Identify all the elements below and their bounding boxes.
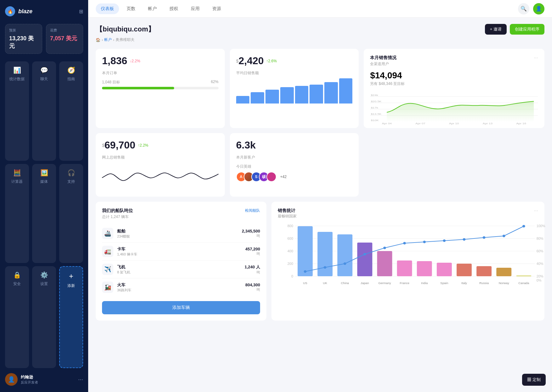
user-info: 约翰逊 反应开发者 bbox=[21, 374, 75, 385]
search-icon[interactable]: 🔍 bbox=[518, 3, 529, 14]
tab-apps[interactable]: 应用 bbox=[186, 3, 205, 14]
svg-point-44 bbox=[344, 262, 346, 265]
truck-icon: 🚛 bbox=[102, 246, 113, 257]
fleet-link[interactable]: 检阅舰队 bbox=[245, 208, 260, 213]
tab-pages[interactable]: 页数 bbox=[122, 3, 140, 14]
svg-rect-30 bbox=[298, 226, 313, 276]
add-label: 添新 bbox=[67, 283, 75, 288]
svg-text:0: 0 bbox=[291, 275, 293, 278]
breadcrumb-current: 奥弗维耶夫 bbox=[116, 37, 134, 42]
svg-text:60%: 60% bbox=[537, 249, 543, 253]
svg-point-48 bbox=[423, 241, 426, 243]
svg-rect-39 bbox=[476, 266, 492, 276]
add-vehicle-button[interactable]: 添加车辆 bbox=[102, 301, 260, 314]
invite-button[interactable]: + 邀请 bbox=[485, 24, 507, 35]
nav-item-settings[interactable]: ⚙️ 设置 bbox=[32, 266, 56, 368]
svg-text:Apr 04: Apr 04 bbox=[382, 122, 392, 125]
nav-item-guide[interactable]: 🧭 指南 bbox=[59, 61, 83, 161]
chat-icon: 💬 bbox=[40, 66, 48, 74]
fleet-truck-unit: 吨 bbox=[245, 251, 260, 256]
fleet-truck-name: 卡车 bbox=[117, 246, 242, 252]
nav-item-add[interactable]: + 添新 bbox=[59, 266, 83, 368]
nav-item-calculator[interactable]: 🧮 计算器 bbox=[5, 164, 29, 263]
sales-stats-sub: 最畅销国家 bbox=[278, 214, 297, 219]
total-sales-label: 网上总销售额 bbox=[102, 155, 219, 160]
page-header: 【biqubiqu.com】 + 邀请 创建应用程序 bbox=[96, 24, 544, 35]
fleet-header: 我们的船队吨位 总计 1,247 辆车 检阅舰队 bbox=[102, 208, 260, 220]
bar-1 bbox=[236, 96, 250, 104]
logo-text: blaze bbox=[18, 8, 32, 15]
calculator-label: 计算器 bbox=[11, 179, 23, 184]
tab-dashboard[interactable]: 仪表板 bbox=[96, 3, 119, 14]
sidebar-settings-icon[interactable]: ⊞ bbox=[79, 8, 83, 14]
bar-7 bbox=[324, 82, 338, 104]
second-row: $ 69,700 ↑2.2% 网上总销售额 6.3k 本月新客户 bbox=[96, 133, 544, 197]
breadcrumb-home: 🏠 bbox=[96, 38, 100, 42]
orders-progress: 1,048 目标 62% bbox=[102, 80, 219, 89]
sales-stats-more-icon[interactable]: ··· bbox=[534, 208, 538, 219]
svg-rect-37 bbox=[437, 263, 452, 276]
user-profile-icon[interactable]: 👤 bbox=[533, 3, 544, 14]
tab-accounts[interactable]: 帐户 bbox=[143, 3, 162, 14]
svg-text:Germany: Germany bbox=[378, 281, 391, 285]
nav-item-support[interactable]: 🎧 支持 bbox=[59, 164, 83, 263]
orders-value: 1,836 bbox=[102, 55, 127, 67]
stats-row: 1,836 ↓2.2% 本月订单 1,048 目标 62% $ bbox=[96, 49, 544, 128]
guide-icon: 🧭 bbox=[67, 66, 75, 74]
total-sales-card: $ 69,700 ↑2.2% 网上总销售额 bbox=[96, 133, 225, 197]
fleet-truck-value: 457,200 吨 bbox=[245, 247, 260, 256]
tab-resources[interactable]: 资源 bbox=[207, 3, 226, 14]
breadcrumb-accounts[interactable]: 帐户 bbox=[104, 37, 112, 42]
nav-item-chat[interactable]: 💬 聊天 bbox=[32, 61, 56, 161]
budget-value: 13,230 美元 bbox=[9, 35, 38, 50]
monthly-sales-card: 本月销售情况 全渠道用户 ··· $14,094 另有 $48,346 至目标 bbox=[364, 49, 544, 128]
support-icon: 🎧 bbox=[67, 169, 75, 176]
fleet-train-unit: 吨 bbox=[245, 287, 260, 292]
bottom-row: 我们的船队吨位 总计 1,247 辆车 检阅舰队 🚢 船舶 234艘舰 2,34… bbox=[96, 202, 544, 321]
daily-sales-value: 2,420 bbox=[239, 55, 264, 67]
svg-text:$20.5K: $20.5K bbox=[371, 100, 382, 103]
bar-5 bbox=[295, 86, 309, 104]
svg-text:Italy: Italy bbox=[461, 281, 467, 285]
svg-text:US: US bbox=[303, 281, 307, 285]
page-header-actions: + 邀请 创建应用程序 bbox=[485, 24, 544, 35]
logo-icon: 🔥 bbox=[5, 6, 15, 16]
svg-rect-38 bbox=[457, 264, 472, 276]
bar-8 bbox=[339, 78, 353, 104]
orders-header: 1,836 ↓2.2% bbox=[102, 55, 219, 67]
nav-item-media[interactable]: 🖼️ 媒体 bbox=[32, 164, 56, 263]
nav-item-security[interactable]: 🔒 安全 bbox=[5, 266, 29, 368]
svg-point-45 bbox=[363, 253, 366, 255]
analytics-icon: 📊 bbox=[13, 66, 21, 74]
tab-auth[interactable]: 授权 bbox=[164, 3, 183, 14]
fleet-plane-unit: 吨 bbox=[245, 270, 260, 275]
customize-button[interactable]: ☰ 定制 bbox=[522, 374, 546, 386]
svg-point-53 bbox=[522, 225, 525, 227]
expense-value: 7,057 美元 bbox=[50, 35, 79, 42]
monthly-target: 另有 $48,346 至目标 bbox=[370, 81, 538, 87]
fleet-train-info: 火车 36路列车 bbox=[117, 282, 242, 293]
fleet-item-truck: 🚛 卡车 1,460 辆卡车 457,200 吨 bbox=[102, 243, 260, 260]
fleet-title: 我们的船队吨位 bbox=[102, 208, 133, 214]
orders-card: 1,836 ↓2.2% 本月订单 1,048 目标 62% bbox=[96, 49, 225, 128]
fleet-train-value: 804,300 吨 bbox=[245, 283, 260, 292]
breadcrumb: 🏠 › 帐户 › 奥弗维耶夫 bbox=[96, 37, 544, 42]
nav-item-analytics[interactable]: 📊 统计数据 bbox=[5, 61, 29, 161]
bar-4 bbox=[280, 87, 294, 104]
svg-text:400: 400 bbox=[287, 249, 293, 253]
wave-chart bbox=[102, 165, 219, 190]
fleet-item-ship: 🚢 船舶 234艘舰 2,345,500 吨 bbox=[102, 225, 260, 243]
svg-text:Apr 16: Apr 16 bbox=[516, 122, 526, 125]
orders-change: ↓2.2% bbox=[130, 59, 140, 63]
budget-cards: 预算 13,230 美元 花费 7,057 美元 bbox=[5, 24, 83, 54]
fleet-truck-sub: 1,460 辆卡车 bbox=[117, 252, 242, 257]
svg-text:800: 800 bbox=[287, 224, 293, 228]
svg-text:Japan: Japan bbox=[361, 281, 369, 285]
monthly-more-icon[interactable]: ··· bbox=[534, 55, 538, 61]
svg-text:France: France bbox=[400, 281, 409, 285]
create-app-button[interactable]: 创建应用程序 bbox=[510, 24, 544, 35]
svg-text:80%: 80% bbox=[537, 237, 543, 240]
svg-text:20%: 20% bbox=[537, 275, 543, 278]
svg-text:Spain: Spain bbox=[440, 281, 448, 285]
user-more-icon[interactable]: ⋯ bbox=[78, 377, 83, 383]
